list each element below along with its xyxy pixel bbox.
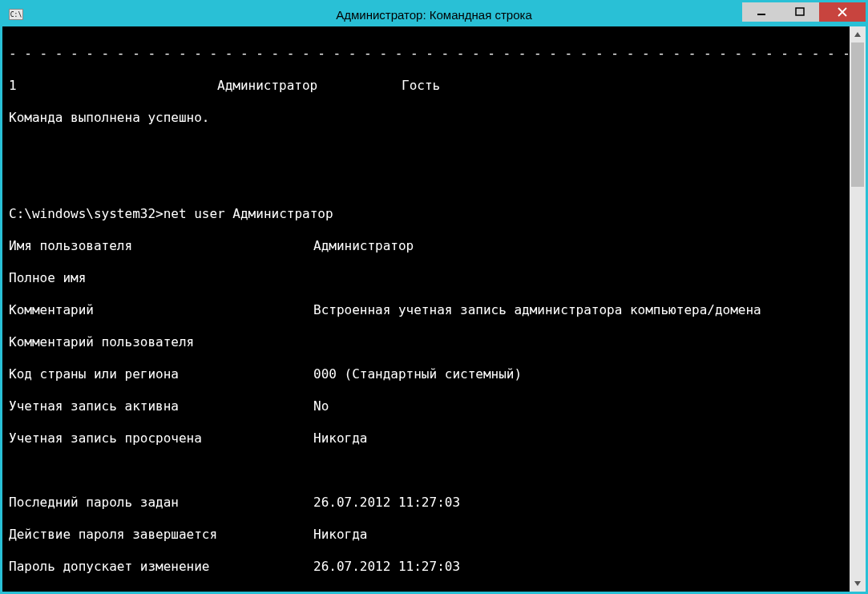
row-active: Учетная запись активнаNo xyxy=(9,398,846,414)
scroll-track[interactable] xyxy=(850,42,866,576)
userlist-col2: Администратор xyxy=(217,78,402,94)
svg-rect-0 xyxy=(757,14,765,15)
close-button[interactable] xyxy=(819,2,866,22)
cmd-icon: C:\ xyxy=(9,9,23,20)
row-username: Имя пользователяАдминистратор xyxy=(9,238,846,254)
minimize-button[interactable] xyxy=(742,2,781,22)
blank xyxy=(9,142,846,158)
userlist-col1: 1 xyxy=(9,78,217,94)
client-area: - - - - - - - - - - - - - - - - - - - - … xyxy=(2,26,866,592)
row-account-expires: Учетная запись просроченаНикогда xyxy=(9,430,846,447)
blank xyxy=(9,463,846,479)
row-user-comment: Комментарий пользователя xyxy=(9,334,846,350)
command-prompt-window: C:\ Администратор: Командная строка - - … xyxy=(0,0,868,594)
prompt-line-1: C:\windows\system32>net user Администрат… xyxy=(9,206,846,222)
window-controls xyxy=(742,2,866,22)
svg-rect-1 xyxy=(796,8,804,15)
blank xyxy=(9,174,846,190)
scroll-up-button[interactable] xyxy=(850,26,866,42)
scroll-thumb[interactable] xyxy=(851,42,864,187)
row-password-expires: Действие пароля завершаетсяНикогда xyxy=(9,527,846,543)
userlist-col3: Гость xyxy=(402,78,440,93)
row-country: Код страны или региона000 (Стандартный с… xyxy=(9,366,846,382)
command-1: net user Администратор xyxy=(164,206,333,221)
window-title: Администратор: Командная строка xyxy=(2,8,866,22)
terminal-output[interactable]: - - - - - - - - - - - - - - - - - - - - … xyxy=(2,26,850,592)
titlebar[interactable]: C:\ Администратор: Командная строка xyxy=(2,2,866,26)
scroll-down-button[interactable] xyxy=(850,576,866,592)
cmd-done-1: Команда выполнена успешно. xyxy=(9,110,846,126)
maximize-button[interactable] xyxy=(781,2,819,22)
divider-line: - - - - - - - - - - - - - - - - - - - - … xyxy=(9,46,846,62)
row-password-set: Последний пароль задан26.07.2012 11:27:0… xyxy=(9,495,846,511)
prompt-1: C:\windows\system32> xyxy=(9,206,164,221)
row-password-required: Требуется парольYes xyxy=(9,591,846,592)
row-password-changeable: Пароль допускает изменение26.07.2012 11:… xyxy=(9,559,846,575)
user-list-row: 1АдминистраторГость xyxy=(9,78,846,94)
vertical-scrollbar[interactable] xyxy=(850,26,866,592)
row-fullname: Полное имя xyxy=(9,270,846,286)
row-comment: КомментарийВстроенная учетная запись адм… xyxy=(9,302,846,318)
